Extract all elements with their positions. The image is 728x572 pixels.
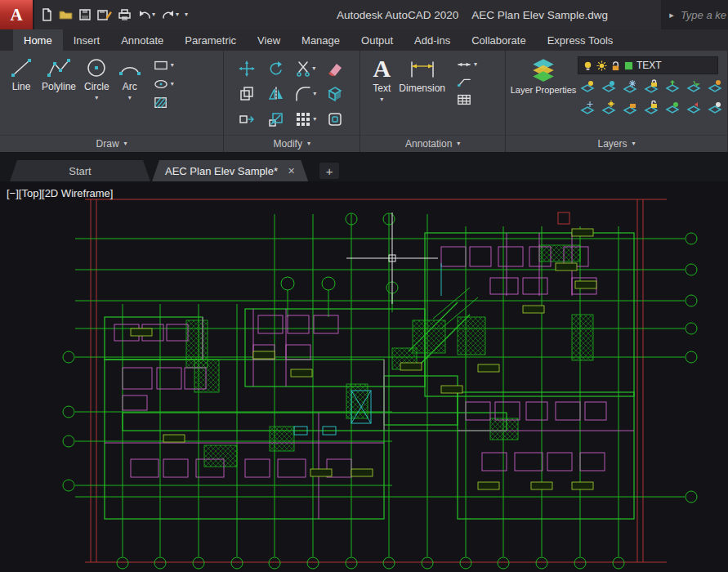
chevron-down-icon: ▾ bbox=[171, 81, 174, 87]
viewport-view-control[interactable]: [Top] bbox=[19, 187, 42, 199]
layer-unlock-button[interactable] bbox=[641, 99, 660, 117]
layer-walk-icon bbox=[708, 79, 722, 94]
chevron-down-icon[interactable]: ▾ bbox=[95, 95, 98, 101]
layer-tools-row-1 bbox=[578, 78, 724, 96]
layer-isolate-button[interactable] bbox=[599, 78, 618, 96]
draw-panel-label[interactable]: Draw ▾ bbox=[0, 135, 223, 152]
printer-icon bbox=[118, 8, 132, 21]
file-tab-start[interactable]: Start bbox=[10, 160, 150, 181]
save-button[interactable] bbox=[76, 4, 94, 25]
new-drawing-tab-button[interactable]: + bbox=[319, 163, 339, 179]
layer-properties-button[interactable]: Layer Properties bbox=[512, 53, 574, 135]
lock-all-icon bbox=[623, 101, 637, 115]
fillet-button[interactable]: ▾ bbox=[291, 81, 320, 106]
rectangle-button[interactable]: ▾ bbox=[154, 59, 174, 72]
line-button[interactable]: Line bbox=[5, 53, 38, 135]
offset-icon bbox=[327, 111, 343, 127]
offset-button[interactable] bbox=[320, 106, 350, 132]
ribbon-tab-insert[interactable]: Insert bbox=[63, 29, 111, 51]
text-button[interactable]: A Text ▾ bbox=[368, 53, 395, 135]
arc-button[interactable]: Arc ▾ bbox=[114, 53, 146, 135]
new-file-icon bbox=[40, 8, 53, 21]
dimension-button[interactable]: Dimension bbox=[395, 53, 449, 135]
mirror-icon bbox=[268, 86, 284, 102]
close-icon[interactable]: ✕ bbox=[288, 166, 295, 177]
undo-button[interactable]: ▾ bbox=[135, 4, 158, 25]
chevron-down-icon[interactable]: ▾ bbox=[380, 96, 383, 103]
chevron-down-icon[interactable]: ▾ bbox=[128, 95, 132, 101]
explode-button[interactable] bbox=[320, 81, 350, 106]
viewport-minimize-control[interactable]: [−] bbox=[7, 187, 19, 199]
layer-thaw-button[interactable] bbox=[599, 99, 618, 117]
chevron-down-icon: ▾ bbox=[307, 141, 310, 147]
stretch-button[interactable] bbox=[232, 106, 261, 132]
table-button[interactable] bbox=[457, 93, 477, 106]
circle-button[interactable]: Circle ▾ bbox=[80, 53, 114, 135]
viewport-visual-style-control[interactable]: [2D Wireframe] bbox=[42, 187, 113, 199]
layer-merge-button[interactable] bbox=[705, 99, 724, 117]
layer-previous-button[interactable] bbox=[684, 99, 703, 117]
autocad-logo[interactable]: A bbox=[0, 0, 34, 29]
layer-lock-all-button[interactable] bbox=[620, 99, 639, 117]
snowflake-icon bbox=[623, 79, 637, 94]
ribbon-tab-collaborate[interactable]: Collaborate bbox=[461, 29, 537, 51]
hatch-button[interactable] bbox=[154, 96, 174, 109]
redo-button[interactable]: ▾ bbox=[159, 4, 181, 25]
ribbon-tab-home[interactable]: Home bbox=[13, 29, 63, 51]
layer-freeze-button[interactable] bbox=[620, 78, 639, 96]
search-box[interactable]: ▸ Type a ke bbox=[661, 0, 728, 29]
file-tab-current[interactable]: AEC Plan Elev Sample* ✕ bbox=[152, 160, 308, 181]
ribbon-tab-manage[interactable]: Manage bbox=[291, 29, 351, 51]
multileader-button[interactable] bbox=[457, 76, 477, 87]
ribbon-tab-bar: Home Insert Annotate Parametric View Man… bbox=[0, 29, 728, 51]
layers-panel-label[interactable]: Layers ▾ bbox=[506, 135, 727, 152]
eraser-icon bbox=[327, 60, 343, 77]
trim-icon bbox=[296, 60, 310, 77]
ribbon-tab-output[interactable]: Output bbox=[351, 29, 404, 51]
ribbon-tab-annotate[interactable]: Annotate bbox=[110, 29, 174, 51]
annotation-panel-label[interactable]: Annotation ▾ bbox=[360, 135, 505, 152]
rotate-button[interactable] bbox=[261, 56, 291, 81]
line-icon bbox=[9, 56, 33, 79]
ribbon-tab-express-tools[interactable]: Express Tools bbox=[537, 29, 624, 51]
freeze-all-icon bbox=[580, 101, 595, 115]
scale-button[interactable] bbox=[261, 106, 291, 132]
redo-dropdown-icon[interactable]: ▾ bbox=[176, 11, 179, 18]
layer-color-swatch bbox=[624, 61, 633, 70]
undo-dropdown-icon[interactable]: ▾ bbox=[152, 11, 155, 18]
thaw-icon bbox=[601, 101, 616, 115]
layer-match-button[interactable] bbox=[663, 78, 681, 96]
layer-walk-button[interactable] bbox=[705, 78, 724, 96]
chevron-down-icon: ▾ bbox=[457, 141, 460, 147]
layer-current-button[interactable] bbox=[684, 78, 703, 96]
ribbon-tab-parametric[interactable]: Parametric bbox=[174, 29, 247, 51]
polyline-button[interactable]: Polyline bbox=[38, 53, 80, 135]
array-button[interactable]: ▾ bbox=[291, 106, 320, 132]
trim-button[interactable]: ▾ bbox=[291, 56, 320, 81]
move-button[interactable] bbox=[232, 56, 261, 81]
layer-select-dropdown[interactable]: TEXT bbox=[578, 56, 718, 74]
qat-customize-button[interactable]: ▾ bbox=[182, 4, 190, 25]
ellipse-button[interactable]: ▾ bbox=[154, 78, 174, 91]
modify-panel-label[interactable]: Modify ▾ bbox=[224, 135, 360, 152]
ribbon-tab-addins[interactable]: Add-ins bbox=[404, 29, 461, 51]
layer-on-button[interactable] bbox=[663, 99, 681, 117]
drawing-canvas[interactable]: [−] [Top] [2D Wireframe] bbox=[0, 181, 728, 572]
mirror-button[interactable] bbox=[261, 81, 291, 106]
plot-button[interactable] bbox=[115, 4, 134, 25]
layer-off-button[interactable] bbox=[578, 78, 596, 96]
erase-button[interactable] bbox=[320, 56, 350, 81]
ribbon-tab-view[interactable]: View bbox=[247, 29, 291, 51]
new-file-button[interactable] bbox=[38, 4, 56, 25]
dimension-line-icon bbox=[457, 59, 471, 70]
chevron-down-icon: ▾ bbox=[124, 141, 127, 147]
copy-button[interactable] bbox=[232, 81, 261, 106]
open-file-button[interactable] bbox=[56, 4, 75, 25]
search-input[interactable]: Type a ke bbox=[681, 9, 728, 21]
dimension-style-button[interactable]: ▾ bbox=[457, 59, 477, 70]
unlock-all-icon bbox=[644, 101, 659, 115]
layer-lock-button[interactable] bbox=[641, 78, 660, 96]
modify-tools-grid: ▾ ▾ ▾ bbox=[232, 53, 350, 135]
save-as-button[interactable] bbox=[95, 4, 114, 25]
layer-freeze-all-button[interactable] bbox=[578, 99, 596, 117]
